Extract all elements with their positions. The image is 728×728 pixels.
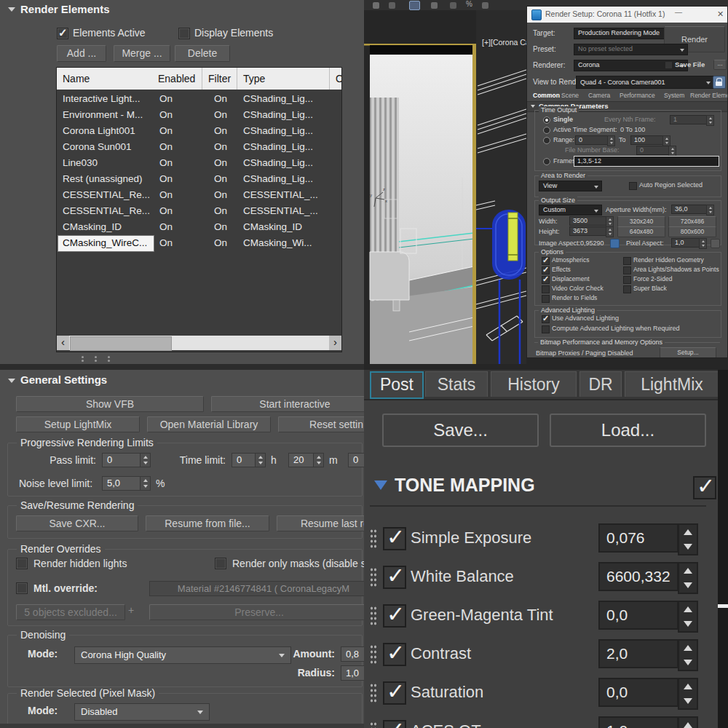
- active-segment-radio[interactable]: [543, 127, 550, 134]
- save-file-dots-button[interactable]: ...: [713, 60, 727, 70]
- rollout-arrow-icon[interactable]: [8, 7, 15, 12]
- load-button[interactable]: Load...: [550, 414, 706, 447]
- column-header-name[interactable]: Name: [57, 68, 153, 90]
- display-elements-checkbox[interactable]: [178, 28, 190, 39]
- tone-row-spinner[interactable]: [678, 562, 698, 594]
- minimize-icon[interactable]: —: [675, 8, 682, 16]
- tone-row-checkbox[interactable]: [383, 604, 406, 628]
- toolbar-icon-highlighted[interactable]: [409, 1, 420, 10]
- scrollbar-thumb[interactable]: [70, 336, 172, 351]
- denoise-amount-field[interactable]: 0,8: [341, 646, 364, 662]
- drag-handle-icon[interactable]: [370, 606, 377, 626]
- video-color-check-checkbox[interactable]: [542, 285, 550, 293]
- table-row[interactable]: Rest (unassigned) On On CShading_Lig...: [57, 171, 341, 187]
- save-button[interactable]: Save...: [382, 414, 539, 447]
- column-header-output[interactable]: Ou: [330, 68, 342, 90]
- tone-mapping-collapse-icon[interactable]: [374, 480, 387, 490]
- time-hours-spinner[interactable]: [255, 453, 266, 467]
- table-row[interactable]: Line030 On On CShading_Lig...: [57, 155, 341, 171]
- preset-640x480-button[interactable]: 640x480: [617, 226, 665, 237]
- table-row[interactable]: Environment - M... On On CShading_Lig...: [57, 107, 341, 123]
- save-cxr-button[interactable]: Save CXR...: [16, 515, 138, 531]
- pass-limit-spinner[interactable]: [140, 453, 151, 467]
- frames-field[interactable]: 1,3,5-12: [574, 156, 719, 167]
- drag-handle-icon[interactable]: [370, 721, 377, 728]
- tone-row-value[interactable]: 0,0: [598, 601, 678, 630]
- tone-row-checkbox[interactable]: [383, 720, 406, 728]
- tone-row-spinner[interactable]: [678, 639, 698, 671]
- resume-from-file-button[interactable]: Resume from file...: [146, 515, 269, 531]
- scroll-left-icon[interactable]: ‹: [57, 336, 69, 350]
- auto-region-checkbox[interactable]: [629, 182, 637, 190]
- file-number-field[interactable]: 0: [636, 146, 671, 155]
- column-header-type[interactable]: Type: [237, 68, 330, 90]
- tab-common[interactable]: Common: [533, 92, 560, 99]
- area-dropdown[interactable]: View: [539, 181, 602, 191]
- table-row[interactable]: CESSENTIAL_Re... On On CESSENTIAL_...: [57, 203, 341, 219]
- output-size-dropdown[interactable]: Custom: [539, 205, 602, 215]
- toolbar-icon[interactable]: [373, 2, 379, 9]
- table-row[interactable]: Interactive Light... On On CShading_Lig.…: [57, 91, 341, 107]
- noise-limit-field[interactable]: 5,0: [102, 476, 144, 491]
- add-button[interactable]: Add ...: [57, 45, 106, 62]
- height-spinner[interactable]: [606, 226, 614, 237]
- width-spinner[interactable]: [606, 216, 614, 227]
- render-to-fields-checkbox[interactable]: [542, 295, 550, 303]
- render-hidden-lights-checkbox[interactable]: [16, 558, 28, 569]
- tone-row-spinner[interactable]: [678, 523, 698, 555]
- toolbar-icon[interactable]: [431, 2, 438, 9]
- single-radio[interactable]: [543, 116, 550, 124]
- table-row-selected[interactable]: CMasking_WireC... On On CMasking_Wi...: [57, 235, 341, 251]
- tone-row-spinner[interactable]: [678, 716, 698, 728]
- mtl-override-field[interactable]: Material #2146774841 ( CoronaLegacyM: [149, 581, 364, 596]
- displacement-checkbox[interactable]: [542, 276, 550, 284]
- view-to-render-dropdown[interactable]: Quad 4 - Corona Camera001: [576, 76, 714, 89]
- tone-row-value[interactable]: 1,0: [598, 716, 678, 728]
- show-vfb-button[interactable]: Show VFB: [16, 396, 204, 412]
- pixel-aspect-field[interactable]: 1,0: [671, 238, 702, 248]
- pass-limit-field[interactable]: 0: [102, 453, 144, 467]
- drag-handle-icon[interactable]: [370, 567, 377, 587]
- tone-row-checkbox[interactable]: [383, 527, 406, 550]
- view-lock-icon[interactable]: [713, 76, 726, 89]
- tone-row-checkbox[interactable]: [383, 681, 406, 705]
- width-field[interactable]: 3500: [569, 216, 609, 226]
- tab-lightmix[interactable]: LightMix: [625, 371, 719, 397]
- every-nth-spinner[interactable]: [706, 115, 714, 126]
- resume-last-button[interactable]: Resume last re: [277, 515, 364, 531]
- scroll-right-icon[interactable]: ›: [329, 336, 341, 350]
- image-aspect-lock-icon[interactable]: [610, 239, 620, 248]
- file-number-spinner[interactable]: [668, 146, 676, 157]
- tone-row-checkbox[interactable]: [383, 566, 406, 589]
- compute-advanced-lighting-checkbox[interactable]: [542, 325, 550, 333]
- preset-720x486-button[interactable]: 720x486: [668, 216, 716, 227]
- range-to-field[interactable]: 100: [630, 135, 665, 145]
- use-advanced-lighting-checkbox[interactable]: [542, 315, 550, 323]
- table-row[interactable]: CESSENTIAL_Re... On On CESSENTIAL_...: [57, 187, 341, 203]
- aperture-field[interactable]: 36,0: [671, 205, 709, 214]
- tab-scene[interactable]: Scene: [561, 92, 579, 99]
- preset-800x600-button[interactable]: 800x600: [668, 226, 716, 237]
- right-scroll-strip[interactable]: [718, 370, 728, 728]
- pixel-aspect-spinner[interactable]: [699, 238, 707, 249]
- start-interactive-button[interactable]: Start interactive: [211, 396, 364, 412]
- tab-dr[interactable]: DR: [579, 371, 622, 397]
- super-black-checkbox[interactable]: [623, 285, 631, 293]
- viewport-scene[interactable]: z y x: [364, 10, 526, 364]
- noise-limit-spinner[interactable]: [140, 476, 151, 491]
- tab-post[interactable]: Post: [370, 371, 424, 399]
- toolbar-icon[interactable]: [482, 2, 488, 9]
- tone-row-spinner[interactable]: [678, 678, 698, 710]
- tab-render-elements[interactable]: Render Elements: [690, 92, 728, 99]
- dialog-titlebar[interactable]: Render Setup: Corona 11 (Hotfix 1) — ✕: [527, 7, 728, 23]
- plus-icon[interactable]: +: [128, 604, 134, 616]
- tone-row-value[interactable]: 0,0: [598, 678, 678, 707]
- effects-checkbox[interactable]: [542, 266, 550, 274]
- tone-row-value[interactable]: 2,0: [598, 639, 678, 668]
- mtl-override-checkbox[interactable]: [16, 582, 28, 594]
- tab-system[interactable]: System: [664, 92, 684, 99]
- column-header-enabled[interactable]: Enabled: [152, 68, 202, 90]
- denoise-mode-dropdown[interactable]: Corona High Quality: [74, 646, 291, 664]
- table-row[interactable]: Corona Light001 On On CShading_Lig...: [57, 123, 341, 139]
- bitmap-setup-button[interactable]: Setup...: [660, 347, 716, 358]
